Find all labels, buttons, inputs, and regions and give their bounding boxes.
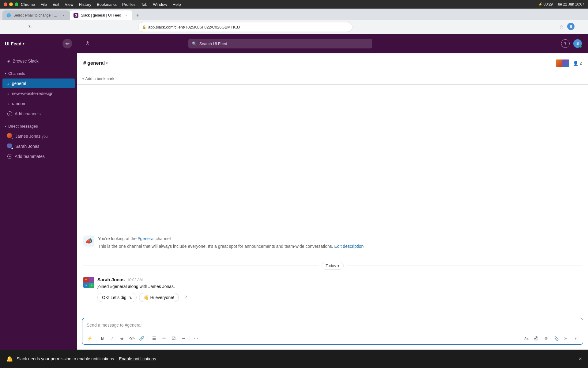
code-btn[interactable]: </> bbox=[127, 334, 136, 343]
attach-btn[interactable]: 📎 bbox=[552, 334, 560, 343]
message-input-area: Send a message to #general ⚡ B I bbox=[77, 314, 588, 350]
menu-window[interactable]: Window bbox=[153, 2, 167, 7]
add-teammates-label: Add teammates bbox=[15, 154, 45, 159]
menu-file[interactable]: File bbox=[40, 2, 47, 7]
add-bookmark-label[interactable]: + Add a bookmark bbox=[82, 76, 114, 81]
add-channels-item[interactable]: + Add channels bbox=[2, 109, 75, 119]
channels-section-header[interactable]: ▾ Channels bbox=[0, 68, 77, 78]
minimize-button[interactable] bbox=[9, 2, 13, 6]
sidebar-item-general[interactable]: # general bbox=[2, 79, 75, 88]
quick-replies-close[interactable]: × bbox=[183, 293, 190, 300]
notification-close-button[interactable]: × bbox=[579, 356, 582, 362]
tab-slack[interactable]: S Slack | general | UI Feed × bbox=[70, 10, 132, 20]
bookmark-button[interactable]: ☆ bbox=[557, 23, 566, 31]
channel-link[interactable]: #general bbox=[138, 236, 155, 241]
bold-icon: B bbox=[101, 336, 104, 341]
message-input-box[interactable]: Send a message to #general ⚡ B I bbox=[82, 318, 583, 345]
send-more-button[interactable]: ▾ bbox=[571, 334, 580, 343]
quick-reply-dig-in[interactable]: OK! Let's dig in. bbox=[97, 293, 137, 302]
notification-text: Slack needs your permission to enable no… bbox=[17, 356, 115, 361]
menu-profiles[interactable]: Profiles bbox=[122, 2, 135, 7]
tab-close-django[interactable]: × bbox=[61, 13, 66, 18]
tab-favicon-slack: S bbox=[74, 13, 78, 18]
slack-topbar: ⏱ 🔍 Search UI Feed ? S bbox=[77, 34, 588, 53]
mac-menu: File Edit View History Bookmarks Profile… bbox=[40, 2, 181, 7]
channel-nwr-label: new-website-redesign bbox=[12, 91, 54, 96]
link-btn[interactable]: 🔗 bbox=[137, 334, 146, 343]
channel-intro-heading: You're looking at the #general channel bbox=[98, 236, 364, 242]
notification-bar: 🔔 Slack needs your permission to enable … bbox=[0, 350, 588, 368]
compose-button[interactable]: ✏ bbox=[62, 39, 72, 48]
message-input-top[interactable]: Send a message to #general bbox=[82, 318, 583, 332]
reload-button[interactable]: ↻ bbox=[26, 23, 34, 31]
send-button[interactable]: ➤ bbox=[561, 334, 570, 343]
sidebar: ◈ Browse Slack ▾ Channels # general # ne… bbox=[0, 53, 77, 350]
workspace-name[interactable]: UI Feed ▾ bbox=[5, 41, 24, 46]
message-author[interactable]: Sarah Jonas bbox=[97, 277, 125, 282]
member-count[interactable]: 👤 2 bbox=[573, 61, 582, 66]
traffic-lights[interactable] bbox=[4, 2, 18, 6]
sidebar-item-sarah[interactable]: Sarah Jonas bbox=[2, 141, 75, 151]
tab-django[interactable]: 🌐 Select email to change | Djang... × bbox=[2, 10, 70, 20]
tab-close-slack[interactable]: × bbox=[124, 13, 129, 18]
sidebar-nav: ◈ Browse Slack ▾ Channels # general # ne… bbox=[0, 53, 77, 350]
channel-intro-description: This is the one channel that will always… bbox=[98, 243, 364, 250]
sidebar-item-james[interactable]: James Jonas you bbox=[2, 131, 75, 141]
enable-notifications-link[interactable]: Enable notifications bbox=[119, 356, 156, 361]
code-icon: </> bbox=[129, 336, 135, 341]
browse-label: Browse Slack bbox=[13, 59, 39, 63]
bookmarks-bar: + Add a bookmark bbox=[77, 73, 588, 85]
extension-button[interactable]: ⋮ bbox=[576, 23, 584, 31]
add-teammates-item[interactable]: + Add teammates bbox=[2, 151, 75, 161]
indent-btn[interactable]: ⇥ bbox=[179, 334, 188, 343]
back-button[interactable]: ← bbox=[4, 23, 12, 31]
fullscreen-button[interactable] bbox=[15, 2, 18, 6]
edit-description-link[interactable]: Edit description bbox=[334, 244, 364, 249]
url-bar[interactable]: 🔒 app.slack.com/client/T025KU6F822/C026G… bbox=[138, 22, 352, 32]
sidebar-item-random[interactable]: # random bbox=[2, 99, 75, 109]
italic-btn[interactable]: I bbox=[108, 334, 116, 343]
hash-icon-nwr: # bbox=[7, 91, 9, 96]
profile-button[interactable]: S bbox=[567, 23, 575, 30]
search-icon: 🔍 bbox=[192, 41, 197, 46]
mention-btn[interactable]: @ bbox=[532, 334, 541, 343]
channel-title[interactable]: # general ▾ bbox=[83, 60, 108, 66]
channel-chevron: ▾ bbox=[106, 61, 108, 65]
bullet-list-btn[interactable]: ☰ bbox=[150, 334, 158, 343]
menu-help[interactable]: Help bbox=[173, 2, 181, 7]
close-button[interactable] bbox=[4, 2, 7, 6]
member-avatar-2 bbox=[562, 59, 569, 67]
checklist-btn[interactable]: ☑ bbox=[169, 334, 178, 343]
quick-reply-hi-everyone[interactable]: 👋 Hi everyone! bbox=[139, 293, 179, 302]
menu-history[interactable]: History bbox=[79, 2, 91, 7]
search-bar[interactable]: 🔍 Search UI Feed bbox=[188, 39, 372, 48]
ordered-list-btn[interactable]: ≔ bbox=[160, 334, 168, 343]
emoji-btn[interactable]: ☺ bbox=[542, 334, 550, 343]
spacer bbox=[83, 91, 582, 229]
user-avatar[interactable]: S bbox=[573, 39, 582, 48]
channel-header: # general ▾ 👤 2 bbox=[77, 53, 588, 73]
strikethrough-btn[interactable]: S bbox=[118, 334, 126, 343]
menu-edit[interactable]: Edit bbox=[52, 2, 59, 7]
lightning-btn[interactable]: ⚡ bbox=[85, 334, 94, 343]
menu-tab[interactable]: Tab bbox=[141, 2, 147, 7]
chrome-menu-label[interactable]: Chrome bbox=[21, 2, 35, 7]
member-avatars[interactable] bbox=[556, 59, 569, 67]
dm-section-header[interactable]: ▾ Direct messages bbox=[0, 121, 77, 131]
channels-label: Channels bbox=[8, 71, 25, 76]
history-back-button[interactable]: ⏱ bbox=[83, 39, 92, 48]
date-badge[interactable]: Today ▾ bbox=[322, 262, 344, 270]
menu-bookmarks[interactable]: Bookmarks bbox=[97, 2, 117, 7]
sidebar-item-new-website-redesign[interactable]: # new-website-redesign bbox=[2, 89, 75, 98]
channel-random-label: random bbox=[12, 101, 26, 106]
forward-button[interactable]: → bbox=[15, 23, 23, 31]
overflow-btn[interactable]: ⋯ bbox=[192, 334, 200, 343]
help-button[interactable]: ? bbox=[561, 39, 570, 48]
sidebar-item-browse[interactable]: ◈ Browse Slack bbox=[2, 56, 75, 66]
bullet-list-icon: ☰ bbox=[152, 336, 156, 341]
message-body: Sarah Jonas 10:02 AM joined #general alo… bbox=[97, 277, 582, 302]
bold-btn[interactable]: B bbox=[98, 334, 107, 343]
menu-view[interactable]: View bbox=[65, 2, 74, 7]
format-btn[interactable]: Aa bbox=[522, 334, 531, 343]
new-tab-button[interactable]: + bbox=[134, 11, 142, 20]
